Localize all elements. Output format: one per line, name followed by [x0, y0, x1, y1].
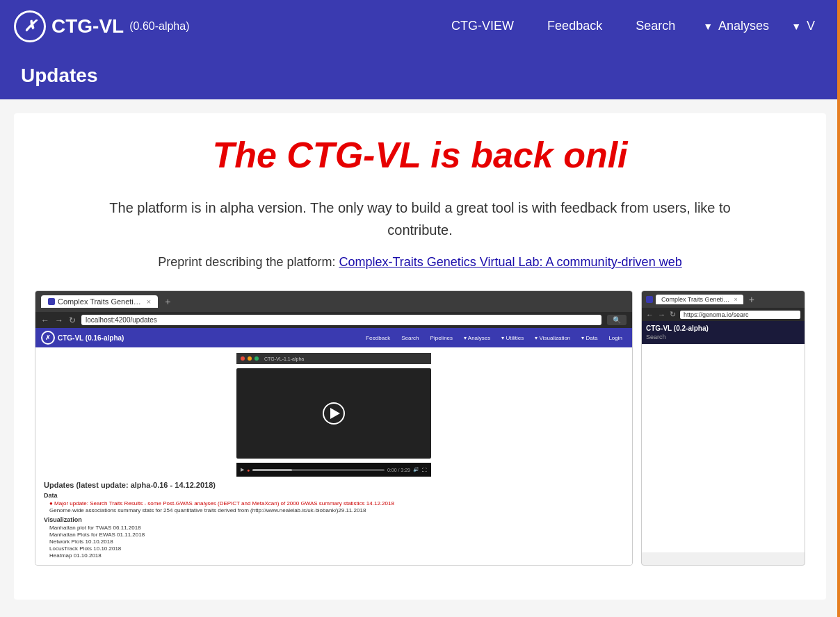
side-addressbar: ← → ↻ https://genoma.io/searc [642, 308, 805, 321]
forward-btn[interactable]: → [55, 315, 63, 325]
back-btn[interactable]: ← [41, 315, 49, 325]
mini-viz-item-3: LocusTrack Plots 10.10.2018 [49, 545, 624, 552]
mini-search-btn[interactable]: Search [397, 334, 423, 343]
mini-logo-icon: ✗ [41, 331, 55, 345]
mini-data-btn[interactable]: ▾ Data [577, 334, 601, 343]
logo-icon: ✗ [14, 10, 46, 42]
address-bar-main[interactable]: localhost:4200/updates [81, 315, 601, 325]
mini-feedback-btn[interactable]: Feedback [362, 334, 394, 343]
vid-dot-green [255, 356, 259, 361]
mini-viz-item-1: Manhattan Plots for EWAS 01.11.2018 [49, 532, 624, 538]
side-back[interactable]: ← [646, 311, 654, 319]
side-browser-tab[interactable]: Complex Traits Geneti… × [656, 295, 743, 304]
mini-viz-btn[interactable]: ▾ Visualization [531, 334, 574, 343]
mini-nav-logo: CTG-VL (0.16-alpha) [58, 334, 124, 342]
mini-login-btn[interactable]: Login [604, 334, 627, 343]
mini-section-viz: Visualization [44, 516, 624, 523]
page-title: Updates [21, 65, 97, 86]
dropdown-arrow-analyses: ▼ [703, 21, 713, 32]
video-container: CTG-VL-1.1-alpha ▶ ● 0:00 / 3:29 [44, 353, 624, 477]
mini-content-main: CTG-VL-1.1-alpha ▶ ● 0:00 / 3:29 [35, 347, 632, 565]
mini-utilities-btn[interactable]: ▾ Utilities [497, 334, 528, 343]
logo-text: CTG-VL [51, 15, 124, 38]
browser-tab-main[interactable]: Complex Traits Geneti… × [41, 295, 158, 308]
vid-title-text: CTG-VL-1.1-alpha [264, 356, 304, 361]
reload-btn[interactable]: ↻ [69, 315, 76, 325]
mini-viz-item-2: Network Plots 10.10.2018 [49, 538, 624, 545]
side-tab-favicon [646, 296, 653, 303]
main-headline: The CTG-VL is back onli [35, 134, 805, 176]
main-screenshot: Complex Traits Geneti… × + ← → ↻ localho… [35, 290, 633, 566]
mini-nav-main: ✗ CTG-VL (0.16-alpha) Feedback Search Pi… [35, 328, 632, 347]
nav-link-ctgview[interactable]: CTG-VIEW [435, 0, 531, 52]
video-progress-fill [252, 469, 292, 471]
browser-search[interactable]: 🔍 [607, 315, 627, 325]
video-titlebar: CTG-VL-1.1-alpha [236, 353, 431, 364]
side-addr-text[interactable]: https://genoma.io/searc [680, 311, 800, 319]
side-tab-close[interactable]: × [734, 296, 738, 303]
nav-logo[interactable]: ✗ CTG-VL (0.60-alpha) [14, 10, 190, 42]
play-button[interactable] [323, 402, 345, 425]
mini-analyses-btn[interactable]: ▾ Analyses [460, 334, 494, 343]
vid-dot-red [241, 356, 245, 361]
browser-chrome-main: Complex Traits Geneti… × + [35, 291, 632, 312]
mini-viz-item-4: Heatmap 01.10.2018 [49, 552, 624, 559]
preprint-line: Preprint describing the platform: Comple… [35, 255, 805, 270]
vid-play-icon[interactable]: ▶ [241, 467, 244, 472]
video-progress[interactable] [252, 469, 385, 471]
nav-dropdown-analyses[interactable]: ▼ Analyses [692, 0, 780, 52]
vid-dot: ● [247, 468, 250, 472]
tab-label-main: Complex Traits Geneti… [58, 297, 141, 306]
side-nav-sub: Search [646, 334, 800, 340]
mini-data-item-1: Genome-wide associations summary stats f… [49, 507, 624, 513]
preprint-link[interactable]: Complex-Traits Genetics Virtual Lab: A c… [339, 255, 681, 269]
side-browser-chrome: Complex Traits Geneti… × + [642, 291, 805, 308]
side-mini-nav: CTG-VL (0.2-alpha) Search [642, 321, 805, 344]
side-content-area [642, 344, 805, 552]
preprint-prefix: Preprint describing the platform: [158, 255, 335, 269]
nav-dropdown-v[interactable]: ▼ V [780, 0, 826, 52]
vid-dot-yellow [248, 356, 252, 361]
v-label: V [807, 19, 815, 33]
dropdown-arrow-v: ▼ [791, 21, 801, 32]
side-reload[interactable]: ↻ [670, 310, 676, 319]
side-tab-label: Complex Traits Geneti… [661, 296, 729, 303]
tab-favicon [48, 298, 55, 305]
mini-video-bar: ▶ ● 0:00 / 3:29 🔊 ⛶ [236, 463, 431, 477]
tab-close[interactable]: × [147, 297, 151, 306]
subtitle-text: The platform is in alpha version. The on… [107, 197, 733, 241]
vid-fullscreen[interactable]: ⛶ [422, 468, 427, 472]
mini-pipelines-btn[interactable]: Pipelines [426, 334, 457, 343]
main-content: The CTG-VL is back onli The platform is … [14, 113, 826, 600]
play-triangle [330, 408, 340, 419]
side-nav-title: CTG-VL (0.2-alpha) [646, 324, 800, 332]
navbar: ✗ CTG-VL (0.60-alpha) CTG-VIEW Feedback … [0, 0, 840, 52]
mini-viz-item-0: Manhattan plot for TWAS 06.11.2018 [49, 525, 624, 531]
nav-links: CTG-VIEW Feedback Search ▼ Analyses ▼ V [435, 0, 826, 52]
nav-link-search[interactable]: Search [619, 0, 692, 52]
mini-data-item-0: ● Major update: Search Traits Results - … [49, 500, 624, 507]
mini-updates-title: Updates (latest update: alpha-0.16 - 14.… [44, 481, 624, 489]
nav-link-feedback[interactable]: Feedback [531, 0, 619, 52]
side-screenshot: Complex Traits Geneti… × + ← → ↻ https:/… [641, 290, 805, 566]
logo-version: (0.60-alpha) [129, 20, 189, 33]
mini-video[interactable] [236, 368, 431, 459]
browser-addressbar-main: ← → ↻ localhost:4200/updates 🔍 [35, 312, 632, 328]
vid-time: 0:00 / 3:29 [387, 468, 410, 472]
screenshots-row: Complex Traits Geneti… × + ← → ↻ localho… [35, 290, 805, 566]
analyses-label: Analyses [718, 19, 769, 33]
side-forward[interactable]: → [658, 311, 665, 319]
side-tab-plus[interactable]: + [749, 294, 754, 305]
page-header: Updates [0, 52, 840, 99]
vid-vol[interactable]: 🔊 [413, 467, 419, 472]
tab-plus[interactable]: + [165, 296, 170, 307]
mini-section-data: Data [44, 492, 624, 499]
